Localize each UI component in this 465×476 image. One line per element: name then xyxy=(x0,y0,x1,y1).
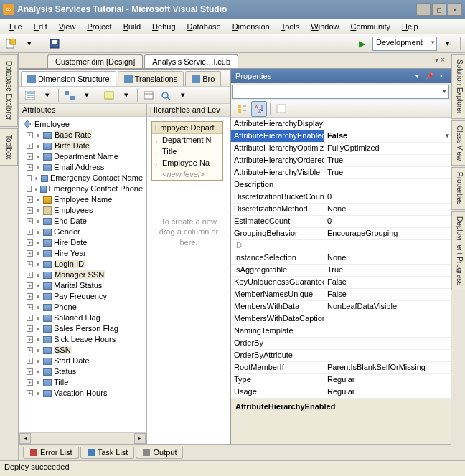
property-row[interactable]: AttributeHierarchyOrderedTrue xyxy=(231,155,451,167)
expand-icon[interactable]: + xyxy=(27,207,33,214)
property-row[interactable]: AttributeHierarchyOptimizedFullyOptimize… xyxy=(231,143,451,155)
expand-icon[interactable]: + xyxy=(27,368,33,375)
tab-controls[interactable]: ▾ × xyxy=(432,54,448,68)
property-row[interactable]: NamingTemplate xyxy=(231,325,451,338)
expand-icon[interactable]: + xyxy=(27,282,33,289)
alphabetical-button[interactable]: AZ xyxy=(251,101,267,117)
menu-file[interactable]: File xyxy=(4,21,27,32)
property-row[interactable]: AttributeHierarchyVisibleTrue xyxy=(231,167,451,179)
property-value[interactable]: False xyxy=(324,289,451,300)
expand-icon[interactable]: + xyxy=(27,347,33,353)
expand-icon[interactable]: + xyxy=(27,261,33,267)
side-tab-solution-explorer[interactable]: Solution Explorer xyxy=(451,54,465,119)
view-button[interactable] xyxy=(22,87,38,103)
attribute-item[interactable]: +Gender xyxy=(21,227,144,237)
dropdown-icon[interactable]: ▾ xyxy=(118,87,134,103)
property-row[interactable]: GroupingBehaviorEncourageGrouping xyxy=(231,228,451,240)
attribute-item[interactable]: +Email Address xyxy=(21,162,144,173)
property-value[interactable]: True xyxy=(324,167,451,178)
bottom-tab-task-list[interactable]: Task List xyxy=(80,447,135,459)
attribute-root[interactable]: Employee xyxy=(34,120,70,128)
attribute-item[interactable]: +Marital Status xyxy=(21,280,144,291)
property-row[interactable]: MemberNamesUniqueFalse xyxy=(231,289,451,301)
attribute-item[interactable]: +Sick Leave Hours xyxy=(21,334,144,345)
zoom-button[interactable] xyxy=(158,87,174,103)
categorized-button[interactable] xyxy=(234,101,250,117)
property-value[interactable] xyxy=(324,338,451,349)
property-row[interactable]: KeyUniquenessGuaranteeFalse xyxy=(231,277,451,289)
dropdown-icon[interactable]: ▾ xyxy=(22,36,37,52)
attribute-item[interactable]: +Start Date xyxy=(21,356,144,366)
expand-icon[interactable]: + xyxy=(27,218,33,224)
scroll-left-icon[interactable]: ◂ xyxy=(19,433,31,444)
expand-icon[interactable]: + xyxy=(27,175,32,181)
hierarchy-level[interactable]: Employee Na xyxy=(152,157,222,168)
property-row[interactable]: TypeRegular xyxy=(231,374,451,386)
side-tab-class-view[interactable]: Class View xyxy=(451,120,465,166)
attribute-item[interactable]: +Emergency Contact Name xyxy=(21,173,144,184)
expand-icon[interactable]: + xyxy=(27,153,33,160)
property-value[interactable] xyxy=(324,313,451,325)
expand-icon[interactable]: + xyxy=(27,186,32,192)
expand-icon[interactable]: + xyxy=(27,336,33,343)
config-combo[interactable]: Development xyxy=(372,37,437,51)
expand-icon[interactable]: + xyxy=(27,358,33,364)
property-value[interactable]: EncourageGrouping xyxy=(324,228,451,239)
attribute-item[interactable]: +Manager SSN xyxy=(21,270,144,280)
document-tab[interactable]: Customer.dim [Design] xyxy=(47,54,143,68)
menu-community[interactable]: Community xyxy=(345,21,395,32)
scroll-right-icon[interactable]: ▸ xyxy=(134,433,146,444)
attribute-item[interactable]: +Phone xyxy=(21,302,144,313)
expand-icon[interactable]: + xyxy=(27,196,33,203)
menu-tools[interactable]: Tools xyxy=(276,21,305,32)
hierarchy-level[interactable]: Department N xyxy=(152,134,222,146)
property-value[interactable] xyxy=(324,179,451,191)
property-pages-button[interactable] xyxy=(273,101,289,117)
bottom-tab-error-list[interactable]: Error List xyxy=(23,447,79,459)
attribute-item[interactable]: +Sales Person Flag xyxy=(21,323,144,334)
expand-icon[interactable]: + xyxy=(27,272,33,278)
side-tab-database-explorer[interactable]: Database Explorer xyxy=(0,54,18,127)
dim-tab[interactable]: Bro xyxy=(185,71,221,86)
property-value[interactable] xyxy=(324,325,451,337)
document-tab[interactable]: Analysis Servic…l.cub xyxy=(144,54,238,68)
process-button[interactable] xyxy=(101,87,117,103)
property-value[interactable] xyxy=(324,240,451,252)
menu-database[interactable]: Database xyxy=(182,21,226,32)
expand-icon[interactable]: + xyxy=(27,315,33,321)
attribute-item[interactable]: +Salaried Flag xyxy=(21,313,144,323)
new-level-placeholder[interactable]: <new level> xyxy=(152,168,222,180)
menu-view[interactable]: View xyxy=(54,21,81,32)
expand-icon[interactable]: + xyxy=(27,164,33,171)
attribute-item[interactable]: +Employees xyxy=(21,205,144,216)
close-button[interactable]: × xyxy=(448,3,462,16)
dropdown-icon[interactable]: ▾ xyxy=(412,71,422,81)
property-row[interactable]: AttributeHierarchyEnabledFalse xyxy=(231,130,451,143)
property-row[interactable]: DiscretizationMethodNone xyxy=(231,204,451,216)
property-row[interactable]: EstimatedCount0 xyxy=(231,216,451,228)
expand-icon[interactable]: + xyxy=(27,325,33,332)
dropdown-icon[interactable]: ▾ xyxy=(175,87,191,103)
attribute-item[interactable]: +Vacation Hours xyxy=(21,388,144,399)
property-value[interactable]: True xyxy=(324,155,451,166)
minimize-button[interactable]: _ xyxy=(416,3,431,16)
expand-icon[interactable]: + xyxy=(27,304,33,310)
property-value[interactable]: False xyxy=(324,130,451,142)
hierarchy-level[interactable]: Title xyxy=(152,146,222,157)
property-value[interactable]: Regular xyxy=(324,374,451,386)
property-value[interactable]: None xyxy=(324,204,451,215)
property-value[interactable]: 0 xyxy=(324,191,451,203)
property-value[interactable]: False xyxy=(324,277,451,288)
property-value[interactable]: ParentIsBlankSelfOrMissing xyxy=(324,362,451,373)
attribute-item[interactable]: +Title xyxy=(21,377,144,388)
property-row[interactable]: MembersWithDataNonLeafDataVisible xyxy=(231,301,451,313)
side-tab-properties[interactable]: Properties xyxy=(451,167,465,210)
menu-project[interactable]: Project xyxy=(82,21,116,32)
maximize-button[interactable]: □ xyxy=(432,3,446,16)
property-value[interactable]: True xyxy=(324,265,451,276)
attribute-item[interactable]: +Birth Date xyxy=(21,141,144,151)
property-value[interactable] xyxy=(324,350,451,361)
menu-help[interactable]: Help xyxy=(397,21,423,32)
save-button[interactable] xyxy=(47,36,62,52)
attribute-item[interactable]: +Status xyxy=(21,366,144,377)
